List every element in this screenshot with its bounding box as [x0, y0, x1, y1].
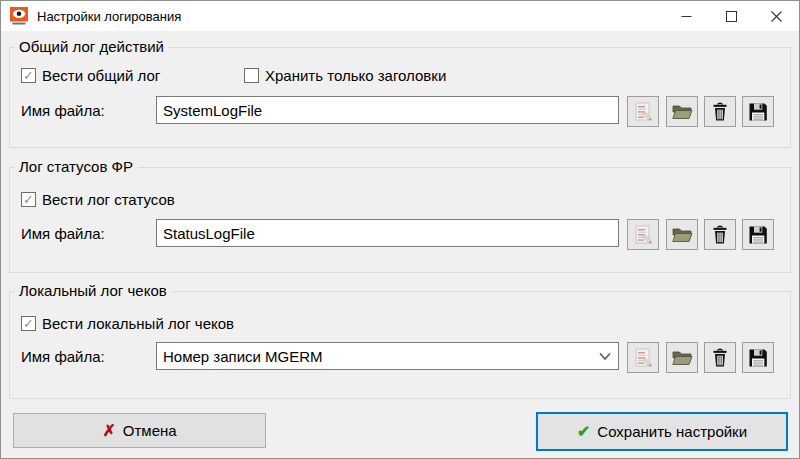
status-log-filename-input[interactable] — [156, 219, 619, 247]
logging-settings-window: Настройки логирования Общий лог действий… — [0, 0, 800, 459]
view-log-button[interactable] — [627, 219, 659, 250]
trash-icon — [709, 224, 731, 246]
folder-open-icon — [671, 224, 693, 246]
checkbox-store-headers-only[interactable]: Хранить только заголовки — [244, 67, 446, 84]
cancel-button[interactable]: ✗ Отмена — [13, 413, 266, 448]
delete-log-button[interactable] — [704, 219, 736, 250]
view-log-button[interactable] — [627, 342, 659, 373]
floppy-icon — [747, 224, 769, 246]
minimize-button[interactable] — [664, 1, 709, 31]
folder-open-icon — [671, 101, 693, 123]
checkbox-label: Вести общий лог — [42, 67, 160, 84]
filename-label: Имя файла: — [21, 102, 105, 119]
save-log-file-button[interactable] — [742, 96, 774, 127]
group-title: Локальный лог чеков — [14, 282, 172, 299]
checkbox-box — [21, 68, 36, 83]
maximize-button[interactable] — [709, 1, 754, 31]
red-x-icon: ✗ — [102, 421, 115, 440]
save-settings-button[interactable]: ✔ Сохранить настройки — [536, 412, 788, 451]
checkbox-box — [244, 68, 259, 83]
browse-folder-button[interactable] — [666, 342, 698, 373]
maximize-icon — [726, 11, 737, 22]
checkbox-keep-status-log[interactable]: Вести лог статусов — [21, 191, 175, 208]
notes-icon — [632, 347, 654, 369]
save-settings-button-label: Сохранить настройки — [597, 423, 747, 440]
save-log-file-button[interactable] — [742, 219, 774, 250]
checkbox-keep-local-receipt-log[interactable]: Вести локальный лог чеков — [21, 315, 234, 332]
floppy-icon — [747, 101, 769, 123]
group-title: Лог статусов ФР — [14, 158, 138, 175]
filename-label: Имя файла: — [21, 225, 105, 242]
chevron-down-icon[interactable] — [599, 352, 611, 361]
close-icon — [771, 11, 782, 22]
checkbox-label: Вести лог статусов — [42, 191, 175, 208]
group-title: Общий лог действий — [14, 38, 169, 55]
trash-icon — [709, 101, 731, 123]
window-title: Настройки логирования — [37, 9, 664, 24]
receipt-log-combobox-input[interactable] — [156, 342, 619, 370]
receipt-log-combobox[interactable] — [156, 342, 619, 370]
checkbox-label: Вести локальный лог чеков — [42, 315, 234, 332]
checkbox-box — [21, 192, 36, 207]
browse-folder-button[interactable] — [666, 96, 698, 127]
app-logo-icon — [10, 7, 28, 25]
folder-open-icon — [671, 347, 693, 369]
trash-icon — [709, 347, 731, 369]
notes-icon — [632, 224, 654, 246]
title-bar: Настройки логирования — [1, 1, 799, 31]
green-check-icon: ✔ — [577, 422, 590, 441]
notes-icon — [632, 101, 654, 123]
delete-log-button[interactable] — [704, 96, 736, 127]
checkbox-label: Хранить только заголовки — [265, 67, 446, 84]
minimize-icon — [681, 11, 692, 22]
general-log-filename-input[interactable] — [156, 96, 619, 124]
checkbox-keep-general-log[interactable]: Вести общий лог — [21, 67, 160, 84]
cancel-button-label: Отмена — [123, 422, 177, 439]
browse-folder-button[interactable] — [666, 219, 698, 250]
filename-label: Имя файла: — [21, 348, 105, 365]
delete-log-button[interactable] — [704, 342, 736, 373]
checkbox-box — [21, 316, 36, 331]
save-log-file-button[interactable] — [742, 342, 774, 373]
view-log-button[interactable] — [627, 96, 659, 127]
floppy-icon — [747, 347, 769, 369]
close-button[interactable] — [754, 1, 799, 31]
